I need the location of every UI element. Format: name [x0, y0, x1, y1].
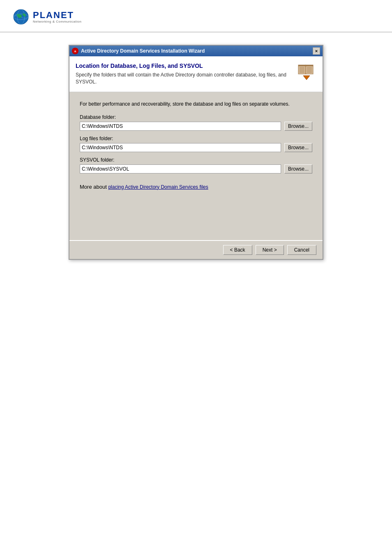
- titlebar-left: a Active Directory Domain Services Insta…: [72, 48, 205, 54]
- planet-logo-globe: [12, 8, 30, 25]
- database-folder-section: Database folder: Browse...: [80, 114, 312, 131]
- svg-text:a: a: [74, 49, 76, 53]
- back-button[interactable]: < Back: [223, 245, 252, 255]
- titlebar-title: Active Directory Domain Services Install…: [81, 48, 205, 54]
- sysvol-input[interactable]: [80, 164, 281, 173]
- titlebar-app-icon: a: [72, 48, 78, 54]
- logo: PLANET Networking & Communication: [12, 8, 81, 25]
- wizard-footer: < Back Next > Cancel: [69, 240, 323, 259]
- sysvol-folder-section: SYSVOL folder: Browse...: [80, 157, 312, 173]
- logo-planet-name: PLANET: [33, 11, 81, 20]
- logfiles-browse-button[interactable]: Browse...: [284, 143, 312, 152]
- database-input[interactable]: [80, 122, 281, 131]
- wizard-titlebar: a Active Directory Domain Services Insta…: [69, 46, 323, 56]
- svg-rect-12: [306, 65, 313, 74]
- wizard-window: a Active Directory Domain Services Insta…: [69, 45, 323, 260]
- logfiles-label: Log files folder:: [80, 136, 312, 141]
- info-text: For better performance and recoverabilit…: [80, 100, 312, 108]
- sysvol-row: Browse...: [80, 164, 312, 173]
- logfiles-row: Browse...: [80, 143, 312, 152]
- wizard-header: Location for Database, Log Files, and SY…: [69, 56, 323, 92]
- database-browse-button[interactable]: Browse...: [284, 122, 312, 131]
- more-about-link[interactable]: placing Active Directory Domain Services…: [108, 184, 208, 190]
- svg-rect-6: [298, 65, 306, 66]
- sysvol-browse-button[interactable]: Browse...: [284, 164, 312, 173]
- wizard-content: For better performance and recoverabilit…: [69, 92, 323, 240]
- more-about-text: More about: [80, 184, 108, 190]
- svg-rect-13: [306, 65, 313, 66]
- wizard-header-icon: [297, 62, 316, 82]
- link-container: More about placing Active Directory Doma…: [80, 180, 312, 190]
- svg-rect-5: [298, 65, 306, 74]
- sysvol-label: SYSVOL folder:: [80, 157, 312, 163]
- svg-marker-19: [303, 76, 310, 80]
- database-label: Database folder:: [80, 114, 312, 120]
- logfiles-input[interactable]: [80, 143, 281, 152]
- logo-tagline: Networking & Communication: [33, 20, 81, 23]
- next-button[interactable]: Next >: [256, 245, 284, 255]
- logfiles-folder-section: Log files folder: Browse...: [80, 136, 312, 152]
- page-header: PLANET Networking & Communication: [0, 0, 392, 32]
- wizard-page-subtitle: Specify the folders that will contain th…: [76, 72, 293, 86]
- logo-text: PLANET Networking & Communication: [33, 11, 81, 23]
- close-button[interactable]: ×: [313, 47, 320, 55]
- wizard-page-title: Location for Database, Log Files, and SY…: [76, 62, 293, 69]
- wizard-header-text: Location for Database, Log Files, and SY…: [76, 62, 293, 86]
- database-row: Browse...: [80, 122, 312, 131]
- cancel-button[interactable]: Cancel: [287, 245, 316, 255]
